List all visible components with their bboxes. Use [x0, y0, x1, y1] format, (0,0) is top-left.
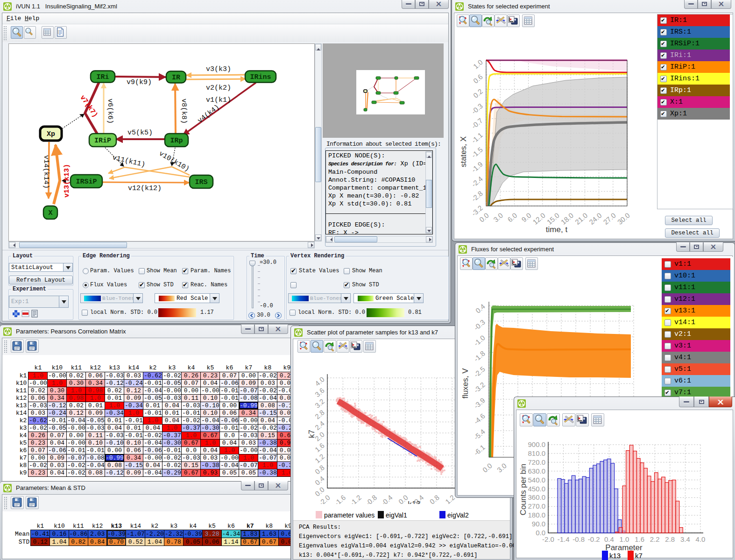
svg-text:v3(k3): v3(k3) [206, 65, 231, 73]
svg-text:v5(k5): v5(k5) [127, 129, 153, 137]
svg-text:-1.5: -1.5 [470, 145, 484, 159]
svg-text:IR: IR [172, 74, 180, 82]
svg-text:v4(k4): v4(k4) [196, 103, 221, 125]
svg-text:2.8: 2.8 [665, 535, 675, 543]
svg-text:1.2: 1.2 [313, 452, 326, 464]
svg-text:27.0: 27.0 [601, 211, 617, 226]
svg-text:-2.4: -2.4 [470, 175, 484, 189]
svg-text:630.0: 630.0 [528, 467, 545, 475]
svg-text:k13: k13 [609, 552, 621, 560]
svg-text:0.4: 0.4 [474, 302, 487, 314]
svg-text:3.4: 3.4 [680, 535, 690, 543]
svg-text:21.0: 21.0 [573, 211, 589, 226]
svg-text:900.0: 900.0 [528, 440, 545, 448]
svg-text:-1.9: -1.9 [470, 160, 484, 174]
svg-text:v14(k14): v14(k14) [42, 155, 50, 189]
svg-text:-1.2: -1.2 [348, 493, 363, 504]
svg-text:-2.8: -2.8 [470, 189, 484, 203]
svg-text:2.8: 2.8 [313, 408, 326, 420]
svg-text:states, X: states, X [459, 136, 468, 167]
svg-text:3.6: 3.6 [313, 386, 326, 398]
svg-text:-1.6: -1.6 [333, 493, 347, 504]
svg-text:time, t: time, t [546, 225, 568, 234]
svg-text:v8(k8): v8(k8) [180, 99, 188, 124]
svg-text:180.0: 180.0 [528, 511, 545, 519]
svg-text:360.0: 360.0 [528, 493, 545, 501]
svg-text:-2.5: -2.5 [472, 365, 487, 379]
svg-text:-1.4: -1.4 [558, 535, 570, 543]
svg-text:-1.1: -1.1 [470, 131, 484, 145]
svg-text:Xp: Xp [47, 130, 55, 138]
svg-text:Parameter: Parameter [605, 543, 643, 552]
svg-text:1.6: 1.6 [313, 441, 326, 454]
svg-text:4.0: 4.0 [696, 535, 706, 543]
svg-text:-2.0: -2.0 [542, 535, 554, 543]
svg-text:0.8: 0.8 [313, 463, 326, 475]
svg-text:0.6: 0.6 [472, 72, 484, 85]
svg-text:24.0: 24.0 [587, 211, 603, 226]
svg-text:1.6: 1.6 [635, 535, 644, 543]
svg-text:450.0: 450.0 [528, 485, 545, 493]
svg-text:2.2: 2.2 [650, 535, 660, 543]
svg-text:3.0: 3.0 [495, 461, 508, 474]
svg-text:v12(k12): v12(k12) [128, 184, 162, 192]
svg-text:k7: k7 [307, 430, 316, 438]
svg-text:IRiP: IRiP [94, 137, 111, 145]
svg-text:Counts per bin: Counts per bin [519, 464, 528, 516]
svg-text:IRp: IRp [170, 137, 183, 145]
svg-text:-0.3: -0.3 [470, 102, 484, 116]
svg-text:IRi: IRi [96, 73, 109, 81]
svg-text:810.0: 810.0 [528, 449, 545, 457]
svg-text:v1(k1): v1(k1) [206, 96, 231, 104]
svg-text:IRS: IRS [195, 178, 207, 186]
svg-text:3.2: 3.2 [313, 397, 326, 409]
svg-text:IRins: IRins [250, 73, 271, 81]
svg-text:fluxes, V: fluxes, V [461, 368, 470, 399]
svg-text:-0.7: -0.7 [470, 116, 484, 130]
svg-text:-4.6: -4.6 [472, 412, 487, 426]
svg-text:-3.2: -3.2 [472, 381, 487, 395]
svg-text:720.0: 720.0 [528, 458, 545, 466]
svg-text:v6(k6): v6(k6) [106, 99, 114, 124]
svg-text:15.0: 15.0 [545, 211, 561, 226]
svg-text:0.4: 0.4 [313, 475, 326, 487]
svg-text:540.0: 540.0 [528, 476, 545, 484]
svg-text:1.0: 1.0 [620, 535, 629, 543]
svg-text:-6.1: -6.1 [472, 443, 487, 457]
svg-text:-1.8: -1.8 [472, 349, 487, 363]
svg-text:18.0: 18.0 [559, 211, 575, 226]
svg-text:-3.9: -3.9 [472, 396, 487, 410]
svg-text:v11(k11): v11(k11) [112, 154, 146, 169]
svg-text:0.4: 0.4 [604, 535, 614, 543]
svg-text:X: X [48, 209, 52, 217]
svg-text:9.0: 9.0 [520, 211, 533, 223]
svg-text:-0.8: -0.8 [572, 535, 585, 543]
svg-text:-0.2: -0.2 [588, 535, 600, 543]
svg-text:k7: k7 [635, 552, 643, 560]
svg-text:3.0: 3.0 [492, 211, 504, 223]
svg-text:v2(k2): v2(k2) [206, 84, 231, 92]
svg-text:v9(k9): v9(k9) [127, 78, 152, 86]
svg-text:-0.4: -0.4 [380, 493, 394, 504]
svg-text:0.8: 0.8 [428, 493, 441, 504]
svg-text:6.0: 6.0 [506, 211, 518, 223]
svg-text:-0.8: -0.8 [364, 493, 378, 504]
svg-text:12.0: 12.0 [531, 211, 546, 226]
svg-text:270.0: 270.0 [528, 502, 545, 510]
svg-text:0.0: 0.0 [481, 461, 494, 474]
svg-text:1.0: 1.0 [472, 58, 484, 70]
svg-text:0.2: 0.2 [472, 87, 484, 99]
svg-text:4.0: 4.0 [313, 375, 326, 387]
svg-text:IRSiP: IRSiP [76, 178, 97, 186]
svg-text:90.0: 90.0 [532, 520, 545, 528]
svg-text:-0.3: -0.3 [472, 318, 487, 332]
svg-text:v7(k7): v7(k7) [78, 94, 99, 119]
svg-text:-1.0: -1.0 [472, 333, 487, 347]
svg-text:30.0: 30.0 [616, 211, 631, 226]
svg-text:-5.4: -5.4 [472, 427, 487, 441]
svg-text:k13: k13 [408, 500, 420, 504]
svg-text:v13(k13): v13(k13) [63, 164, 71, 198]
